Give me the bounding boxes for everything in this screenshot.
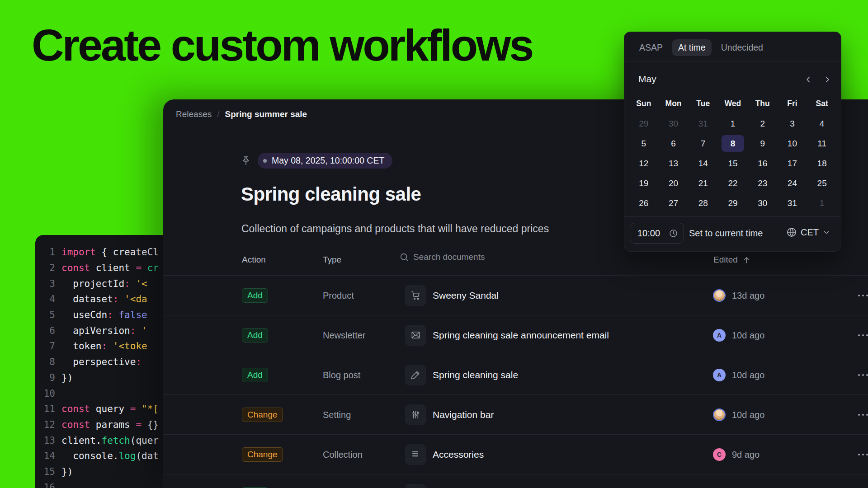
calendar-day[interactable]: 30 [662,115,685,132]
edited-time: 10d ago [732,370,764,380]
prev-month-chevron-icon[interactable] [803,75,813,84]
more-menu-icon[interactable] [858,454,868,455]
calendar-day[interactable]: 23 [751,175,774,192]
document-list: AddProductSweeny Sandal13d agoAddNewslet… [163,275,868,488]
calendar-day[interactable]: 1 [722,115,744,132]
calendar-day[interactable]: 3 [781,115,803,132]
calendar-month-label: May [638,74,656,84]
schedule-datetime: May 08, 2025, 10:00:00 CET [272,155,384,166]
line-number: 16 [42,482,55,488]
more-menu-icon[interactable] [858,295,868,296]
clock-icon [669,229,678,238]
doc-name[interactable]: Accessories [433,449,484,460]
calendar-day[interactable]: 9 [751,135,774,152]
calendar-day[interactable]: 21 [692,175,714,192]
table-row[interactable]: ChangeSettingNavigation bar10d ago [163,394,868,434]
timezone-select[interactable]: CET [786,227,830,238]
calendar-day[interactable]: 27 [662,195,685,211]
calendar-day[interactable]: 11 [811,135,833,152]
calendar-day[interactable]: 15 [722,155,744,172]
pencil-icon [405,365,426,385]
edited-time: 10d ago [732,330,764,340]
column-type: Type [323,255,341,265]
table-row[interactable]: AddBlog postSpring cleaning saleA10d ago [163,355,868,394]
tab-at-time[interactable]: At time [672,39,712,56]
calendar-day[interactable]: 12 [632,155,655,172]
more-menu-icon[interactable] [858,374,868,376]
line-number: 7 [42,341,55,352]
search-input[interactable]: Search documents [399,252,485,262]
calendar-day[interactable]: 31 [781,195,803,211]
calendar-day[interactable]: 19 [632,175,655,192]
calendar-day[interactable]: 25 [811,175,833,192]
calendar-day[interactable]: 20 [662,175,685,192]
calendar-day[interactable]: 30 [751,195,774,211]
table-row[interactable]: AddProductSweeny Sandal13d ago [163,275,868,315]
avatar: A [713,369,726,381]
schedule-badge[interactable]: May 08, 2025, 10:00:00 CET [258,153,392,169]
calendar-day[interactable]: 29 [632,115,655,132]
page: Create custom workflows 1import { create… [0,0,868,488]
doc-type: Newsletter [323,330,365,340]
calendar-day[interactable]: 4 [811,115,833,132]
tab-asap[interactable]: ASAP [633,39,669,56]
more-menu-icon[interactable] [858,334,868,336]
tab-undecided[interactable]: Undecided [715,39,769,56]
column-edited-sort[interactable]: Edited [713,255,751,265]
time-value: 10:00 [637,228,660,239]
calendar-day[interactable]: 22 [722,175,744,192]
calendar-day[interactable]: 18 [811,155,833,172]
doc-name[interactable]: Sweeny Sandal [433,290,499,301]
schedule-mode-tabs: ASAPAt timeUndecided [633,38,769,57]
calendar-day[interactable]: 1 [811,195,833,211]
line-number: 8 [42,357,55,367]
weekday-label: Wed [718,95,748,112]
calendar-day[interactable]: 17 [781,155,803,172]
line-number: 11 [42,404,55,414]
doc-name[interactable]: Navigation bar [433,409,494,420]
envelope-icon [405,325,426,346]
edited-time: 10d ago [732,409,764,420]
calendar-day[interactable]: 13 [662,155,685,172]
avatar: A [713,329,726,342]
calendar-day[interactable]: 29 [722,195,744,211]
pin-icon[interactable] [241,155,251,166]
schedule-popover: ASAPAt timeUndecided May SunMonTueWedThu… [624,32,841,252]
breadcrumb-separator: / [217,109,219,119]
breadcrumb-current[interactable]: Spring summer sale [225,109,307,119]
weekday-label: Mon [659,95,689,112]
set-current-time-button[interactable]: Set to current time [689,228,763,239]
table-row[interactable]: AddNewsletterSpring cleaning sale announ… [163,315,868,355]
time-input[interactable]: 10:00 [630,223,684,244]
calendar-day[interactable]: 26 [632,195,655,211]
doc-type: Collection [323,449,363,460]
calendar-day[interactable]: 2 [751,115,774,132]
calendar-day[interactable]: 28 [692,195,714,211]
line-number: 9 [42,372,55,383]
calendar-day[interactable]: 7 [692,135,714,152]
doc-name[interactable]: Spring cleaning sale [433,370,518,380]
release-subtitle: Collection of campaigns and products tha… [241,223,549,235]
calendar-day[interactable]: 24 [781,175,803,192]
action-badge: Change [242,408,283,422]
action-badge: Add [242,328,268,343]
calendar-day[interactable]: 14 [692,155,714,172]
calendar-day[interactable]: 6 [662,135,685,152]
calendar-day[interactable]: 5 [632,135,655,152]
more-menu-icon[interactable] [858,414,868,416]
calendar-day[interactable]: 16 [751,155,774,172]
column-edited-label: Edited [713,255,738,265]
table-row[interactable]: Add [163,474,868,488]
avatar: C [713,448,726,461]
doc-name[interactable]: Spring cleaning sale announcement email [433,330,609,341]
next-month-chevron-icon[interactable] [822,75,832,84]
breadcrumb-releases[interactable]: Releases [176,109,212,119]
line-number: 5 [42,310,55,320]
edited-time: 13d ago [732,290,764,300]
schedule-dot-icon [263,159,267,163]
timezone-label: CET [801,227,819,238]
calendar-day-selected[interactable]: 8 [722,135,744,152]
table-row[interactable]: ChangeCollectionAccessoriesC9d ago [163,434,868,474]
calendar-day[interactable]: 10 [781,135,803,152]
calendar-day[interactable]: 31 [692,115,714,132]
